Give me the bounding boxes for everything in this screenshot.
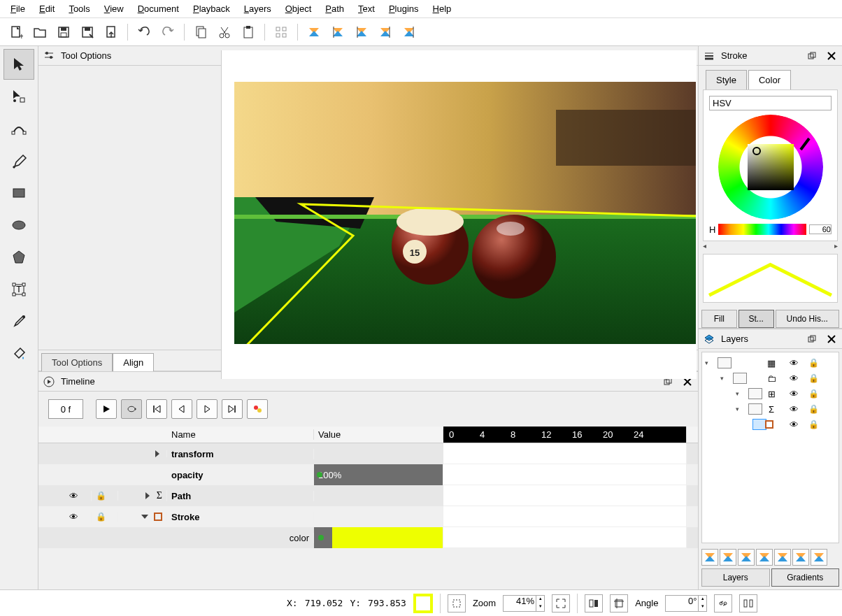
lock-icon[interactable]: 🔒 bbox=[804, 373, 822, 383]
key-up-button[interactable] bbox=[756, 549, 773, 566]
tab-stroke[interactable]: St... bbox=[738, 310, 774, 328]
tab-gradients[interactable]: Gradients bbox=[771, 568, 840, 587]
timeline-row[interactable]: transform bbox=[38, 443, 698, 464]
tab-undo-history[interactable]: Undo His... bbox=[776, 310, 840, 328]
close-icon[interactable] bbox=[825, 333, 838, 345]
save-as-button[interactable] bbox=[77, 22, 98, 43]
menu-text[interactable]: Text bbox=[351, 1, 382, 16]
menu-document[interactable]: Document bbox=[131, 1, 186, 16]
undo-button[interactable] bbox=[134, 22, 155, 43]
layer-row[interactable]: 👁🔒 bbox=[705, 417, 836, 432]
keyframe-d-button[interactable] bbox=[375, 22, 396, 43]
menu-tools[interactable]: Tools bbox=[62, 1, 97, 16]
restore-icon[interactable] bbox=[806, 333, 818, 345]
timeline-row[interactable]: opacity100% bbox=[38, 464, 698, 485]
keyframe-e-button[interactable] bbox=[399, 22, 420, 43]
next-frame-button[interactable] bbox=[197, 399, 217, 419]
transform-tool[interactable]: T bbox=[3, 274, 34, 305]
keyframe-b-button[interactable] bbox=[327, 22, 348, 43]
tab-style[interactable]: Style bbox=[706, 70, 747, 89]
polygon-tool[interactable] bbox=[3, 242, 34, 273]
rectangle-tool[interactable] bbox=[3, 178, 34, 208]
layer-row[interactable]: ▾Σ👁🔒 bbox=[705, 401, 836, 417]
brush-tool[interactable] bbox=[3, 145, 34, 176]
pointer-tool[interactable] bbox=[3, 49, 34, 80]
paste-button[interactable] bbox=[238, 22, 259, 43]
ellipse-tool[interactable] bbox=[3, 210, 34, 241]
layer-row[interactable]: ▾▦👁🔒 bbox=[705, 355, 836, 371]
timeline-row[interactable]: color bbox=[38, 527, 698, 548]
menu-object[interactable]: Object bbox=[278, 1, 319, 16]
timeline-row[interactable]: 👁🔒ΣPath bbox=[38, 485, 698, 506]
open-file-button[interactable] bbox=[29, 22, 50, 43]
restore-icon[interactable] bbox=[806, 50, 818, 62]
lock-icon[interactable]: 🔒 bbox=[96, 512, 106, 522]
tab-fill[interactable]: Fill bbox=[701, 310, 737, 328]
menu-edit[interactable]: Edit bbox=[32, 1, 62, 16]
add-key-button[interactable] bbox=[701, 549, 718, 566]
eye-icon[interactable]: 👁 bbox=[785, 420, 803, 430]
eye-icon[interactable]: 👁 bbox=[69, 512, 78, 522]
tab-tool-options[interactable]: Tool Options bbox=[41, 353, 113, 371]
tab-layers[interactable]: Layers bbox=[701, 568, 770, 587]
loop-button[interactable] bbox=[121, 399, 142, 419]
tab-color[interactable]: Color bbox=[748, 70, 791, 89]
colorspace-select[interactable]: HSV bbox=[709, 96, 832, 110]
eye-icon[interactable]: 👁 bbox=[785, 404, 803, 415]
save-button[interactable] bbox=[53, 22, 74, 43]
eye-icon[interactable]: 👁 bbox=[785, 389, 803, 399]
close-icon[interactable] bbox=[825, 50, 838, 62]
export-button[interactable] bbox=[101, 22, 122, 43]
first-frame-button[interactable] bbox=[146, 399, 167, 419]
layer-row[interactable]: ▾🗀👁🔒 bbox=[705, 371, 836, 386]
flip-h-icon[interactable] bbox=[585, 594, 603, 613]
bucket-tool[interactable] bbox=[3, 338, 34, 369]
del-key-button[interactable] bbox=[738, 549, 755, 566]
lock-icon[interactable]: 🔒 bbox=[804, 358, 822, 368]
menu-file[interactable]: File bbox=[3, 1, 32, 16]
menu-plugins[interactable]: Plugins bbox=[382, 1, 426, 16]
node-edit-tool[interactable] bbox=[3, 81, 34, 112]
new-file-button[interactable]: + bbox=[6, 22, 27, 43]
key-dn-button[interactable] bbox=[774, 549, 791, 566]
eyedropper-tool[interactable] bbox=[3, 306, 34, 337]
play-button[interactable] bbox=[96, 399, 117, 419]
frame-input[interactable]: 0 f bbox=[48, 399, 83, 419]
link-icon[interactable] bbox=[714, 594, 732, 613]
copy-button[interactable] bbox=[190, 22, 211, 43]
zoom-fit-icon[interactable] bbox=[552, 594, 570, 613]
key-left-button[interactable] bbox=[792, 549, 809, 566]
onion-button[interactable] bbox=[720, 549, 736, 566]
fit-icon[interactable] bbox=[448, 594, 466, 613]
hue-value[interactable] bbox=[809, 224, 832, 234]
qr-button[interactable] bbox=[271, 22, 292, 43]
hue-slider[interactable] bbox=[718, 224, 806, 235]
timeline-row[interactable]: 👁🔒Stroke bbox=[38, 506, 698, 527]
crop-icon[interactable] bbox=[610, 594, 628, 613]
record-button[interactable] bbox=[247, 399, 268, 419]
menu-path[interactable]: Path bbox=[318, 1, 351, 16]
eye-icon[interactable]: 👁 bbox=[785, 358, 803, 368]
last-frame-button[interactable] bbox=[222, 399, 243, 419]
lock-icon[interactable]: 🔒 bbox=[96, 491, 106, 501]
current-color-swatch[interactable] bbox=[413, 594, 433, 613]
lock-icon[interactable]: 🔒 bbox=[804, 389, 822, 399]
menu-layers[interactable]: Layers bbox=[237, 1, 278, 16]
cut-button[interactable] bbox=[214, 22, 235, 43]
layer-row[interactable]: ▾⊞👁🔒 bbox=[705, 386, 836, 401]
menu-view[interactable]: View bbox=[97, 1, 131, 16]
path-tool-tool[interactable] bbox=[3, 113, 34, 144]
canvas-area[interactable]: 15 bbox=[221, 50, 697, 379]
menu-help[interactable]: Help bbox=[426, 1, 459, 16]
color-wheel[interactable] bbox=[718, 115, 823, 220]
prev-frame-button[interactable] bbox=[171, 399, 192, 419]
menu-playback[interactable]: Playback bbox=[186, 1, 237, 16]
layers-list[interactable]: ▾▦👁🔒▾🗀👁🔒▾⊞👁🔒▾Σ👁🔒👁🔒 bbox=[701, 352, 839, 543]
tab-align[interactable]: Align bbox=[113, 353, 154, 371]
columns-icon[interactable] bbox=[739, 594, 757, 613]
angle-input[interactable]: 0°▴▾ bbox=[665, 595, 707, 612]
keyframe-a-button[interactable] bbox=[304, 22, 324, 43]
redo-button[interactable] bbox=[157, 22, 178, 43]
lock-icon[interactable]: 🔒 bbox=[804, 420, 822, 429]
timeline-ruler[interactable]: 04812162024 bbox=[443, 427, 687, 443]
